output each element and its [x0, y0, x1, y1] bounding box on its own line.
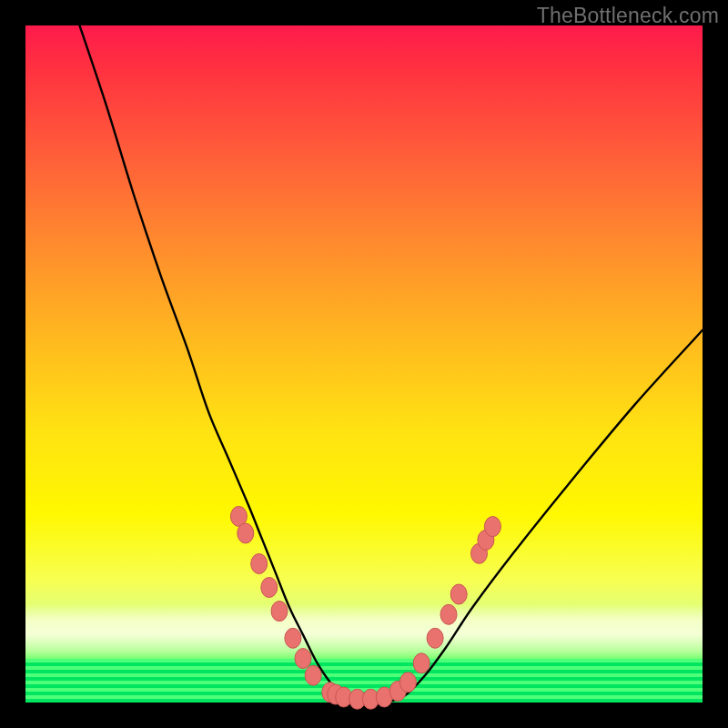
curve-marker	[484, 517, 500, 537]
curve-marker	[238, 523, 254, 543]
bottleneck-curve	[80, 25, 703, 703]
curve-svg	[25, 25, 703, 703]
curve-marker	[427, 628, 443, 648]
curve-marker	[399, 672, 416, 693]
curve-marker	[440, 604, 457, 624]
plot-area	[25, 25, 703, 703]
watermark-text: TheBottleneck.com	[537, 4, 719, 28]
curve-marker	[251, 554, 268, 574]
curve-marker	[271, 602, 288, 622]
curve-marker	[305, 665, 321, 685]
curve-marker	[285, 628, 301, 648]
curve-markers	[230, 506, 500, 709]
curve-marker	[450, 584, 467, 604]
chart-stage: TheBottleneck.com	[0, 0, 728, 728]
curve-marker	[413, 653, 430, 673]
curve-marker	[295, 649, 311, 669]
curve-marker	[261, 578, 278, 598]
